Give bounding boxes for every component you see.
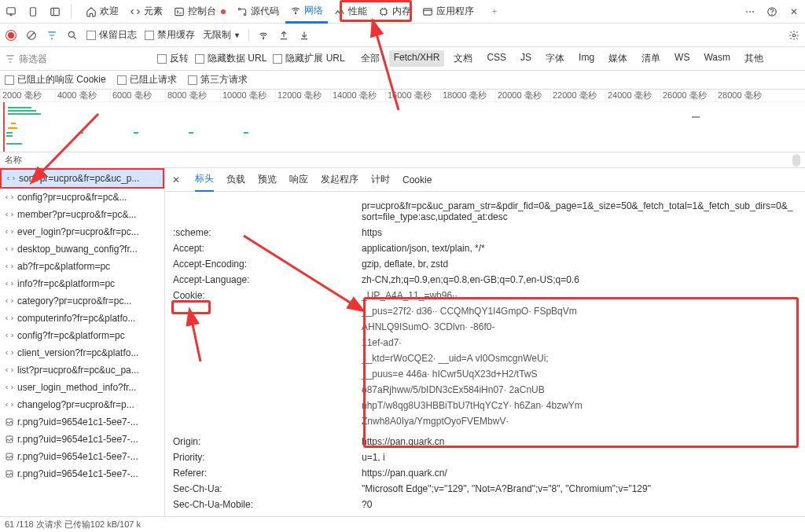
timeline-tick: 2000 毫秒 bbox=[0, 90, 55, 101]
chip-Fetch/XHR[interactable]: Fetch/XHR bbox=[389, 50, 445, 67]
request-row[interactable]: list?pr=ucpro&fr=pc&uc_pa... bbox=[0, 361, 164, 379]
block-checkbox[interactable]: 已阻止请求 bbox=[117, 73, 177, 86]
timeline[interactable]: 2000 毫秒4000 毫秒6000 毫秒8000 毫秒10000 毫秒1200… bbox=[0, 90, 805, 152]
detail-tab-6[interactable]: Cookie bbox=[402, 168, 432, 192]
detail-tab-5[interactable]: 计时 bbox=[371, 168, 390, 192]
image-icon bbox=[5, 417, 14, 427]
upload-icon[interactable] bbox=[278, 29, 290, 42]
chip-Img[interactable]: Img bbox=[574, 50, 599, 67]
timeline-tick: 10000 毫秒 bbox=[220, 90, 275, 101]
request-row[interactable]: computerinfo?fr=pc&platfo... bbox=[0, 310, 164, 327]
detail-tabs: ✕ 标头负载预览响应发起程序计时Cookie bbox=[165, 168, 805, 192]
chip-JS[interactable]: JS bbox=[516, 50, 536, 67]
detail-tab-1[interactable]: 负载 bbox=[226, 168, 245, 192]
request-row[interactable]: r.png?uid=9654e1c1-5ee7-... bbox=[0, 431, 164, 448]
header-row: Referer:https://pan.quark.cn/ bbox=[165, 465, 805, 481]
device-icon[interactable] bbox=[27, 6, 39, 18]
script-icon bbox=[5, 262, 14, 271]
script-icon bbox=[5, 296, 14, 306]
search-icon[interactable] bbox=[66, 29, 79, 42]
clear-icon[interactable] bbox=[25, 29, 38, 42]
detail-tab-3[interactable]: 响应 bbox=[289, 168, 308, 192]
request-row[interactable]: sort?pr=ucpro&fr=pc&uc_p... bbox=[0, 168, 164, 189]
request-row[interactable]: ab?fr=pc&platform=pc bbox=[0, 258, 164, 275]
invert-checkbox[interactable]: 反转 bbox=[157, 52, 189, 65]
filter-input[interactable] bbox=[19, 53, 66, 64]
throttling-select[interactable]: 无限制▼ bbox=[203, 28, 241, 42]
request-row[interactable]: user_login_method_info?fr... bbox=[0, 379, 164, 396]
header-row: Accept:application/json, text/plain, */* bbox=[165, 240, 805, 256]
chip-字体[interactable]: 字体 bbox=[541, 50, 569, 67]
chip-其他[interactable]: 其他 bbox=[740, 50, 768, 67]
svg-point-12 bbox=[772, 14, 773, 15]
header-row: pr=ucpro&fr=pc&uc_param_str=&pdir_fid=0&… bbox=[165, 198, 805, 225]
filter-input-wrap[interactable] bbox=[5, 53, 66, 64]
name-column-header[interactable]: 名称 bbox=[0, 152, 805, 168]
chip-全部[interactable]: 全部 bbox=[356, 50, 384, 67]
request-row[interactable]: ever_login?pr=ucpro&fr=pc... bbox=[0, 223, 164, 240]
header-row: Accept-Encoding:gzip, deflate, br, zstd bbox=[165, 256, 805, 272]
detail-tab-4[interactable]: 发起程序 bbox=[321, 168, 358, 192]
chip-媒体[interactable]: 媒体 bbox=[604, 50, 632, 67]
hide-data-url-checkbox[interactable]: 隐藏数据 URL bbox=[195, 52, 266, 65]
tab-source[interactable]: 源代码 bbox=[232, 0, 284, 24]
help-icon[interactable] bbox=[766, 6, 778, 18]
svg-point-6 bbox=[244, 13, 245, 15]
request-row[interactable]: member?pr=ucpro&fr=pc&... bbox=[0, 206, 164, 223]
keep-log-checkbox[interactable]: 保留日志 bbox=[86, 28, 137, 42]
block-checkbox[interactable]: 已阻止的响应 Cookie bbox=[5, 73, 106, 86]
header-row: Priority:u=1, i bbox=[165, 449, 805, 465]
chip-WS[interactable]: WS bbox=[670, 50, 694, 67]
scrollbar[interactable] bbox=[792, 154, 800, 167]
timeline-tick: 8000 毫秒 bbox=[165, 90, 220, 101]
image-icon bbox=[5, 469, 14, 479]
annotation-box-cookie-key bbox=[171, 300, 211, 314]
script-icon bbox=[5, 193, 14, 202]
detail-tab-0[interactable]: 标头 bbox=[195, 168, 214, 192]
svg-rect-9 bbox=[424, 8, 432, 14]
chip-清单[interactable]: 清单 bbox=[637, 50, 665, 67]
svg-line-16 bbox=[74, 36, 76, 39]
request-row[interactable]: config?fr=pc&platform=pc bbox=[0, 327, 164, 344]
request-row[interactable]: changelog?pr=ucpro&fr=p... bbox=[0, 396, 164, 413]
request-row[interactable]: category?pr=ucpro&fr=pc... bbox=[0, 292, 164, 310]
chip-CSS[interactable]: CSS bbox=[482, 50, 511, 67]
script-icon bbox=[5, 383, 14, 392]
close-detail-icon[interactable]: ✕ bbox=[170, 174, 182, 186]
wifi-icon[interactable] bbox=[257, 29, 270, 42]
divider bbox=[248, 29, 249, 42]
tab-app[interactable]: 应用程序 bbox=[417, 0, 479, 24]
image-icon bbox=[5, 435, 14, 444]
request-row[interactable]: r.png?uid=9654e1c1-5ee7-... bbox=[0, 413, 164, 431]
chip-文档[interactable]: 文档 bbox=[449, 50, 477, 67]
tab-wifi[interactable]: 网络 bbox=[285, 0, 328, 24]
svg-rect-2 bbox=[51, 8, 60, 15]
inspect-icon[interactable] bbox=[5, 6, 17, 18]
detail-tab-2[interactable]: 预览 bbox=[258, 168, 277, 192]
block-options: 已阻止的响应 Cookie已阻止请求第三方请求 bbox=[0, 71, 805, 90]
requests-list[interactable]: sort?pr=ucpro&fr=pc&uc_p...config?pr=ucp… bbox=[0, 168, 165, 516]
hide-ext-url-checkbox[interactable]: 隐藏扩展 URL bbox=[273, 52, 344, 65]
plus-icon[interactable]: ＋ bbox=[488, 6, 501, 18]
close-panel-icon[interactable]: ✕ bbox=[788, 6, 800, 18]
record-button[interactable] bbox=[5, 29, 17, 42]
block-checkbox[interactable]: 第三方请求 bbox=[188, 73, 248, 86]
timeline-tick: 14000 毫秒 bbox=[330, 90, 385, 101]
request-row[interactable]: client_version?fr=pc&platfo... bbox=[0, 344, 164, 361]
filter-toggle-icon[interactable] bbox=[46, 29, 58, 42]
tab-home[interactable]: 欢迎 bbox=[81, 0, 123, 24]
chip-Wasm[interactable]: Wasm bbox=[699, 50, 735, 67]
tab-code[interactable]: 元素 bbox=[125, 0, 167, 24]
request-row[interactable]: r.png?uid=9654e1c1-5ee7-... bbox=[0, 448, 164, 465]
download-icon[interactable] bbox=[298, 29, 311, 42]
settings-icon[interactable] bbox=[788, 29, 800, 42]
tab-console[interactable]: 控制台 bbox=[169, 0, 230, 24]
request-row[interactable]: desktop_buwang_config?fr... bbox=[0, 240, 164, 258]
request-row[interactable]: r.png?uid=9654e1c1-5ee7-... bbox=[0, 465, 164, 482]
request-row[interactable]: config?pr=ucpro&fr=pc&... bbox=[0, 189, 164, 206]
request-row[interactable]: info?fr=pc&platform=pc bbox=[0, 275, 164, 292]
panel-icon[interactable] bbox=[49, 6, 61, 18]
disable-cache-checkbox[interactable]: 禁用缓存 bbox=[145, 28, 195, 42]
more-icon[interactable]: ⋯ bbox=[744, 6, 756, 18]
svg-rect-1 bbox=[31, 7, 36, 16]
